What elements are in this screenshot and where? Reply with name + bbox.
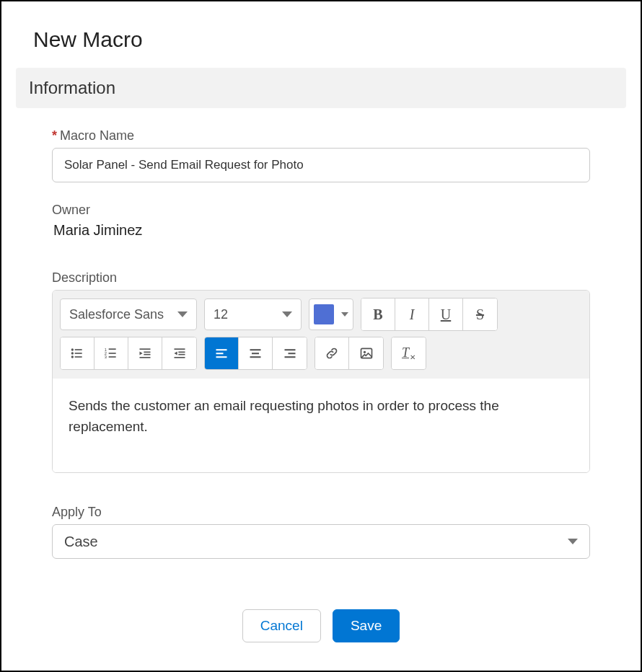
required-asterisk: * xyxy=(52,128,57,143)
section-header-information: Information xyxy=(16,68,626,108)
bold-icon: B xyxy=(373,306,382,323)
bullet-list-button[interactable] xyxy=(61,337,94,369)
align-group xyxy=(204,337,307,370)
description-field: Description Salesforce Sans 12 xyxy=(52,270,590,473)
align-left-icon xyxy=(214,346,229,361)
align-left-button[interactable] xyxy=(205,337,239,369)
cancel-button[interactable]: Cancel xyxy=(242,609,321,642)
align-right-icon xyxy=(283,346,297,361)
svg-point-0 xyxy=(71,348,74,350)
macro-name-field: *Macro Name xyxy=(52,128,590,182)
bold-button[interactable]: B xyxy=(361,299,395,330)
align-center-icon xyxy=(248,346,263,361)
svg-rect-30 xyxy=(284,356,295,358)
svg-point-4 xyxy=(71,355,74,358)
form-area: *Macro Name Owner Maria Jiminez Descript… xyxy=(1,128,641,642)
image-button[interactable] xyxy=(349,337,383,369)
chevron-down-icon xyxy=(282,311,292,317)
description-label: Description xyxy=(52,270,590,286)
description-editor[interactable]: Sends the customer an email requesting p… xyxy=(53,379,589,472)
apply-to-select[interactable]: Case xyxy=(52,524,590,559)
svg-text:3: 3 xyxy=(105,355,107,359)
svg-rect-16 xyxy=(140,357,151,358)
apply-to-label: Apply To xyxy=(52,505,590,520)
clear-format-button[interactable]: T✕ xyxy=(392,337,426,369)
link-icon xyxy=(325,346,339,361)
svg-rect-14 xyxy=(144,352,150,353)
svg-marker-18 xyxy=(174,352,177,355)
owner-value: Maria Jiminez xyxy=(52,222,590,239)
footer-buttons: Cancel Save xyxy=(52,609,590,642)
svg-rect-29 xyxy=(288,353,295,354)
svg-point-32 xyxy=(363,351,365,353)
svg-rect-22 xyxy=(216,349,227,350)
macro-name-label: *Macro Name xyxy=(52,128,590,143)
link-button[interactable] xyxy=(315,337,349,369)
svg-rect-9 xyxy=(109,353,116,354)
new-macro-dialog: New Macro Information *Macro Name Owner … xyxy=(0,0,642,672)
page-title: New Macro xyxy=(33,27,641,52)
image-icon xyxy=(359,346,374,361)
italic-button[interactable]: I xyxy=(395,299,429,330)
font-size-select[interactable]: 12 xyxy=(204,299,302,330)
align-right-button[interactable] xyxy=(273,337,307,369)
owner-field: Owner Maria Jiminez xyxy=(52,203,590,239)
indent-icon xyxy=(138,346,152,361)
outdent-icon xyxy=(172,346,187,361)
insert-group xyxy=(315,337,384,370)
strikethrough-icon: S xyxy=(476,306,484,323)
svg-rect-25 xyxy=(250,349,261,350)
color-swatch-icon xyxy=(314,304,334,324)
rte-box: Salesforce Sans 12 B xyxy=(52,290,590,473)
bullet-list-icon xyxy=(70,346,84,361)
text-style-group: B I U S xyxy=(361,298,498,331)
rte-toolbar: Salesforce Sans 12 B xyxy=(53,291,589,379)
svg-rect-3 xyxy=(75,353,82,354)
svg-rect-23 xyxy=(216,353,224,354)
svg-rect-1 xyxy=(75,349,82,350)
svg-rect-19 xyxy=(178,352,185,353)
macro-name-input[interactable] xyxy=(52,148,590,182)
svg-rect-28 xyxy=(284,349,295,350)
svg-rect-7 xyxy=(109,348,116,350)
outdent-button[interactable] xyxy=(162,337,196,369)
clear-format-icon: T✕ xyxy=(402,345,415,361)
svg-rect-5 xyxy=(75,356,82,358)
chevron-down-icon xyxy=(177,311,188,317)
underline-button[interactable]: U xyxy=(429,299,463,330)
numbered-list-button[interactable]: 123 xyxy=(94,337,128,369)
underline-icon: U xyxy=(441,306,451,323)
italic-icon: I xyxy=(410,306,415,323)
owner-label: Owner xyxy=(52,203,590,218)
svg-rect-20 xyxy=(178,354,185,355)
svg-rect-12 xyxy=(140,348,151,350)
svg-point-2 xyxy=(71,352,74,354)
svg-rect-26 xyxy=(252,353,259,354)
indent-button[interactable] xyxy=(128,337,162,369)
strikethrough-button[interactable]: S xyxy=(463,299,497,330)
numbered-list-icon: 123 xyxy=(104,346,118,361)
svg-rect-24 xyxy=(216,356,227,358)
chevron-down-icon xyxy=(341,312,348,317)
list-indent-group: 123 xyxy=(60,337,197,370)
svg-rect-15 xyxy=(144,354,150,355)
svg-rect-27 xyxy=(250,356,261,358)
font-select[interactable]: Salesforce Sans xyxy=(60,299,197,330)
svg-rect-17 xyxy=(174,348,185,350)
save-button[interactable]: Save xyxy=(333,609,400,642)
font-color-select[interactable] xyxy=(309,299,353,330)
align-center-button[interactable] xyxy=(239,337,273,369)
svg-rect-11 xyxy=(109,356,116,358)
clear-format-group: T✕ xyxy=(391,337,426,370)
apply-to-field: Apply To Case xyxy=(52,505,590,559)
svg-rect-21 xyxy=(174,357,185,358)
svg-marker-13 xyxy=(140,352,143,355)
chevron-down-icon xyxy=(568,539,578,544)
